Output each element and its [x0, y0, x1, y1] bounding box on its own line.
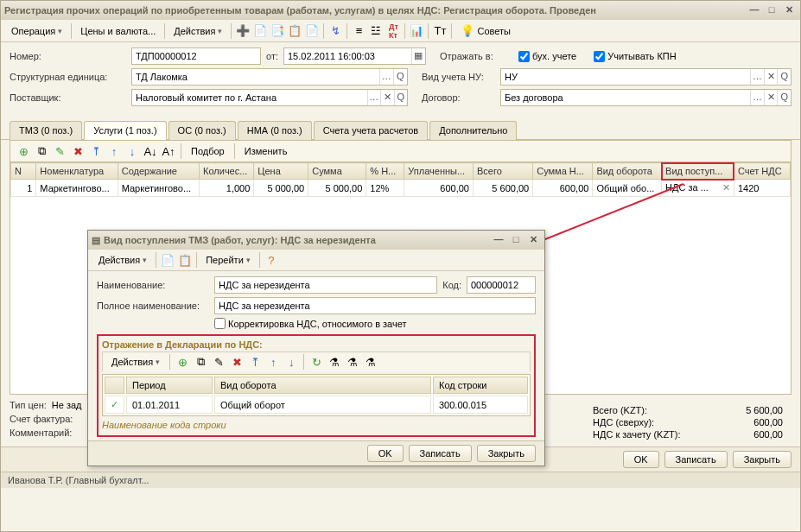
minimize-icon[interactable]: —	[747, 3, 762, 17]
struct-field[interactable]: …Q	[131, 68, 408, 86]
modify-button[interactable]: Изменить	[239, 144, 293, 158]
movements-icon[interactable]: ↯	[327, 23, 343, 39]
dlg-name-field[interactable]	[214, 276, 437, 294]
section-actions[interactable]: Действия	[106, 355, 165, 369]
sec-filter-off-icon[interactable]: ⚗	[363, 354, 378, 370]
clear-icon[interactable]: ✕	[722, 182, 730, 193]
print-icon[interactable]: 📑	[270, 23, 285, 39]
dialog-actions-menu[interactable]: Действия	[93, 253, 152, 267]
dialog-save-icon[interactable]: 📄	[160, 252, 175, 268]
dlg-close-button[interactable]: Закрыть	[477, 445, 536, 462]
dlg-code-field[interactable]	[467, 276, 536, 294]
dlg-corr-checkbox[interactable]: Корректировка НДС, относимого в зачет	[214, 318, 406, 329]
declaration-grid[interactable]: Период Вид оборота Код строки ✓ 01.01.20…	[102, 374, 531, 416]
cell-incoming-type[interactable]: НДС за ... ✕	[662, 180, 734, 197]
operation-menu[interactable]: Операция	[6, 24, 67, 38]
save-icon[interactable]: 📄	[252, 23, 268, 39]
add-row-icon[interactable]: ⊕	[16, 143, 31, 159]
clear-icon[interactable]: ✕	[764, 90, 778, 105]
tab-accounts[interactable]: Счета учета расчетов	[314, 121, 428, 140]
dialog-help-icon[interactable]: ?	[264, 252, 279, 268]
date-field[interactable]: ▦	[283, 48, 426, 65]
down-icon[interactable]: ↓	[124, 143, 140, 159]
clear-icon[interactable]: ✕	[764, 69, 778, 85]
dialog-copy-icon[interactable]: 📋	[177, 252, 193, 268]
select-icon[interactable]: …	[750, 69, 764, 85]
dlg-save-button[interactable]: Записать	[409, 445, 472, 462]
sec-down-icon[interactable]: ↓	[283, 354, 299, 370]
declaration-row[interactable]: ✓ 01.01.2011 Общий оборот 300.00.015	[105, 396, 528, 414]
sec-del-icon[interactable]: ✖	[229, 354, 245, 370]
sort-asc-icon[interactable]: A↓	[143, 143, 158, 159]
contract-field[interactable]: …✕Q	[500, 89, 791, 106]
dialog-goto-menu[interactable]: Перейти	[200, 253, 256, 267]
text-icon[interactable]: Tт	[432, 23, 448, 39]
struct-label: Структурная единица:	[10, 72, 126, 82]
dialog-titlebar: ▤ Вид поступления ТМЗ (работ, услуг): НД…	[88, 231, 544, 250]
based-on-icon[interactable]: 📄	[304, 23, 320, 39]
open-icon[interactable]: Q	[777, 69, 791, 85]
kpn-checkbox[interactable]: Учитывать КПН	[594, 51, 677, 62]
dialog-toolbar: Действия 📄 📋 Перейти ?	[88, 250, 544, 271]
tab-nma[interactable]: НМА (0 поз.)	[238, 121, 312, 140]
dialog-close-icon[interactable]: ✕	[525, 233, 541, 247]
clear-icon[interactable]: ✕	[380, 90, 393, 105]
tips-button[interactable]: 💡Советы	[455, 22, 515, 39]
nu-field[interactable]: …✕Q	[500, 68, 791, 86]
sec-first-icon[interactable]: ⤒	[247, 354, 263, 370]
list-icon[interactable]: ≡	[351, 23, 366, 39]
dialog-bottom-bar: OK Записать Закрыть	[88, 440, 544, 466]
up-icon[interactable]: ↑	[106, 143, 122, 159]
tab-services[interactable]: Услуги (1 поз.)	[84, 121, 166, 140]
open-icon[interactable]: Q	[777, 90, 791, 105]
sec-copy-icon[interactable]: ⧉	[193, 354, 208, 370]
tab-os[interactable]: ОС (0 поз.)	[168, 121, 236, 140]
sec-add-icon[interactable]: ⊕	[175, 354, 190, 370]
select-icon[interactable]: …	[750, 90, 764, 105]
report-icon[interactable]: 📊	[409, 23, 424, 39]
supplier-label: Поставщик:	[10, 92, 126, 103]
save-button[interactable]: Записать	[664, 451, 728, 468]
dlg-ok-button[interactable]: OK	[367, 445, 404, 462]
dialog-max-icon[interactable]: □	[508, 233, 524, 247]
sec-up-icon[interactable]: ↑	[265, 354, 281, 370]
supplier-field[interactable]: …✕Q	[131, 89, 408, 106]
sec-filter2-icon[interactable]: ⚗	[345, 354, 360, 370]
section-toolbar: Действия ⊕ ⧉ ✎ ✖ ⤒ ↑ ↓ ↻ ⚗ ⚗ ⚗	[102, 352, 531, 371]
select-button[interactable]: Подбор	[186, 144, 230, 158]
post-icon[interactable]: ➕	[235, 23, 251, 39]
from-label: от:	[266, 51, 278, 61]
delete-row-icon[interactable]: ✖	[70, 143, 86, 159]
ok-button[interactable]: OK	[623, 451, 659, 468]
finish-icon[interactable]: ⤒	[88, 143, 104, 159]
tab-tmz[interactable]: ТМЗ (0 поз.)	[10, 121, 82, 140]
close-icon[interactable]: ✕	[781, 3, 797, 17]
select-icon[interactable]: …	[379, 69, 393, 85]
dtkt-icon[interactable]: ДтКт	[385, 23, 401, 39]
pricetype-label: Тип цен:	[10, 400, 47, 410]
prices-currency-button[interactable]: Цены и валюта...	[75, 24, 161, 38]
sec-edit-icon[interactable]: ✎	[211, 354, 226, 370]
dialog-title: Вид поступления ТМЗ (работ, услуг): НДС …	[104, 235, 489, 245]
select-icon[interactable]: …	[367, 90, 380, 105]
dlg-name-label: Наименование:	[97, 280, 209, 290]
copy-doc-icon[interactable]: 📋	[287, 23, 302, 39]
sort-desc-icon[interactable]: A↑	[161, 143, 176, 159]
open-icon[interactable]: Q	[393, 69, 407, 85]
bu-checkbox[interactable]: бух. учете	[518, 51, 576, 62]
dialog-min-icon[interactable]: —	[491, 233, 506, 247]
tab-extra[interactable]: Дополнительно	[429, 121, 517, 140]
number-field[interactable]	[131, 48, 261, 65]
sec-filter1-icon[interactable]: ⚗	[327, 354, 342, 370]
maximize-icon[interactable]: □	[764, 3, 779, 17]
open-icon[interactable]: Q	[394, 90, 407, 105]
sec-refresh-icon[interactable]: ↻	[308, 354, 324, 370]
copy-row-icon[interactable]: ⧉	[34, 143, 49, 159]
tree-icon[interactable]: ☳	[368, 23, 384, 39]
table-row[interactable]: 1Маркетингово...Маркетингово...1,0005 00…	[11, 180, 791, 197]
calendar-icon[interactable]: ▦	[411, 48, 425, 64]
actions-menu[interactable]: Действия	[168, 24, 227, 38]
dlg-full-field[interactable]	[214, 297, 536, 314]
close-button[interactable]: Закрыть	[733, 451, 791, 468]
edit-row-icon[interactable]: ✎	[52, 143, 67, 159]
